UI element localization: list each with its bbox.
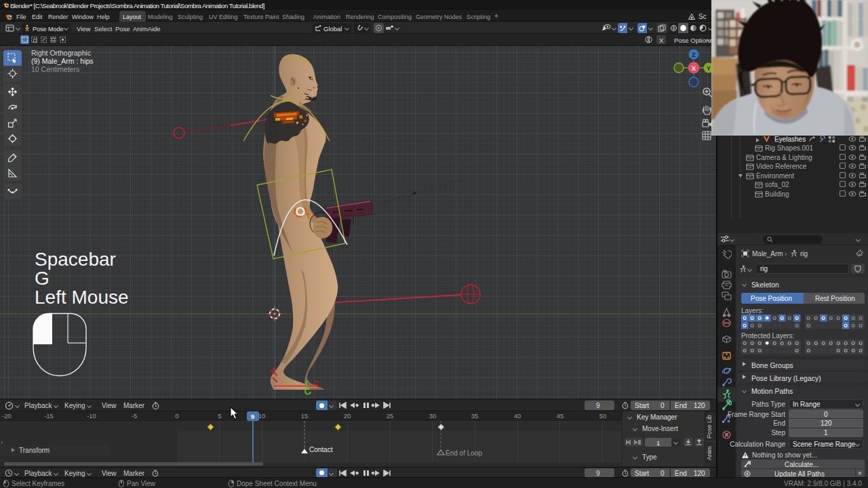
svg-text:Y: Y <box>707 65 711 72</box>
svg-text:X: X <box>692 64 696 72</box>
svg-text:Z: Z <box>692 52 696 58</box>
